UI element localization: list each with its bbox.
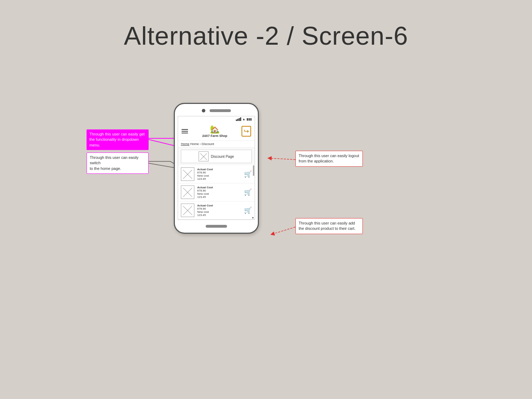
product-info-1: Actual Cost 678.90 New cost 123.45: [197, 168, 241, 181]
product-item: Actual Cost 678.90 New cost 123.45 🛒: [178, 165, 255, 183]
logout-icon[interactable]: ↪: [242, 126, 251, 137]
add-to-cart-button-1[interactable]: 🛒: [244, 170, 252, 178]
signal-bar-4: [240, 117, 241, 121]
phone-top-bar: [175, 104, 258, 116]
discount-page-banner: Discount Page: [181, 150, 252, 163]
product-image-1: [181, 167, 194, 181]
signal-bar-3: [239, 118, 240, 121]
actual-cost-price-3: 678.90: [197, 207, 241, 210]
hamburger-menu-icon[interactable]: [182, 129, 188, 133]
app-logo: 🏡 24X7 Farm Shop: [202, 125, 227, 138]
home-annotation: Through this user can easily switch to t…: [87, 153, 149, 174]
phone-speaker: [210, 109, 231, 112]
phone-frame: ▲ ▮▮▮ 🏡 24X7 Farm Shop ↪ Home Home › Dis…: [174, 103, 259, 234]
page-title: Alternative -2 / Screen-6: [0, 0, 532, 50]
new-cost-price-2: 123.45: [197, 195, 241, 199]
actual-cost-label-3: Actual Cost: [197, 204, 241, 207]
product-item: Actual Cost 678.90 New cost 123.45 🛒: [178, 183, 255, 201]
battery-icon: ▮▮▮: [246, 117, 252, 121]
signal-bar-2: [237, 119, 238, 121]
svg-line-3: [272, 227, 295, 234]
wifi-icon: ▲: [242, 117, 245, 121]
actual-cost-price-1: 678.90: [197, 171, 241, 174]
scroll-down-arrow[interactable]: ▼: [251, 216, 254, 220]
status-bar: ▲ ▮▮▮: [178, 116, 255, 122]
scroll-thumb[interactable]: [253, 165, 254, 176]
new-cost-price-1: 123.45: [197, 177, 241, 181]
add-to-cart-button-3[interactable]: 🛒: [244, 206, 252, 214]
actual-cost-label-2: Actual Cost: [197, 186, 241, 189]
logout-annotation: Through this user can easily logout from…: [295, 151, 363, 167]
phone-camera: [202, 109, 205, 112]
phone-bottom-bar: [175, 220, 258, 233]
phone-mockup: ▲ ▮▮▮ 🏡 24X7 Farm Shop ↪ Home Home › Dis…: [174, 103, 259, 234]
app-name: 24X7 Farm Shop: [202, 134, 227, 138]
signal-bars: [236, 117, 241, 121]
dropdown-annotation: Through this user can easily get the fun…: [87, 129, 149, 150]
breadcrumb: Home Home › Discount: [178, 141, 255, 148]
page-header-text: Discount Page: [211, 155, 234, 159]
new-cost-label-1: New cost: [197, 174, 241, 177]
product-image-3: [181, 204, 194, 217]
product-info-2: Actual Cost 678.90 New cost 123.45: [197, 186, 241, 199]
phone-home-button[interactable]: [206, 225, 227, 228]
signal-bar-1: [236, 120, 237, 121]
new-cost-price-3: 123.45: [197, 214, 241, 217]
add-to-cart-button-2[interactable]: 🛒: [244, 188, 252, 196]
new-cost-label-3: New cost: [197, 210, 241, 214]
home-link[interactable]: Home: [181, 142, 189, 146]
actual-cost-label-1: Actual Cost: [197, 168, 241, 171]
logo-house-icon: 🏡: [210, 125, 220, 134]
product-list: ▼ Actual Cost 678.90 New cost 123.45 🛒: [178, 165, 255, 220]
new-cost-label-2: New cost: [197, 192, 241, 195]
cart-annotation: Through this user can easily add the dis…: [295, 218, 363, 234]
product-image-2: [181, 185, 194, 199]
banner-image-placeholder: [199, 151, 209, 161]
product-info-3: Actual Cost 678.90 New cost 123.45: [197, 204, 241, 217]
phone-screen: ▲ ▮▮▮ 🏡 24X7 Farm Shop ↪ Home Home › Dis…: [178, 116, 255, 220]
svg-line-2: [270, 158, 295, 160]
actual-cost-price-2: 678.90: [197, 189, 241, 192]
product-item: Actual Cost 678.90 New cost 123.45 🛒: [178, 201, 255, 220]
app-header: 🏡 24X7 Farm Shop ↪: [178, 122, 255, 141]
